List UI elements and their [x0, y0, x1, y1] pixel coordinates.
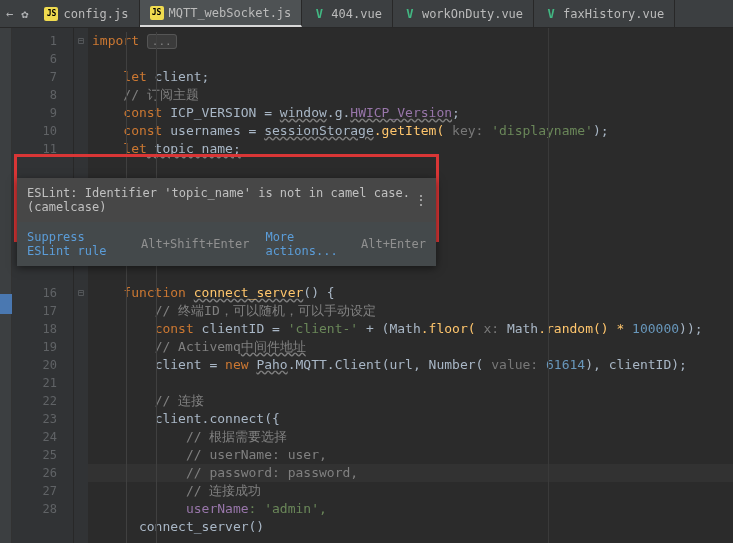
code-line[interactable]: function connect_server() {	[88, 284, 733, 302]
js-file-icon: JS	[44, 7, 58, 21]
gear-icon[interactable]: ✿	[21, 7, 28, 21]
line-number[interactable]: 20	[12, 356, 73, 374]
line-number-gutter: 1 6 7 8 9 10 11 16 17 18 19 20 21 22 23 …	[12, 28, 74, 543]
eslint-popup: ESLint: Identifier 'topic_name' is not i…	[17, 178, 436, 266]
line-number[interactable]: 19	[12, 338, 73, 356]
line-number[interactable]: 26	[12, 464, 73, 482]
left-sidebar-strip	[0, 28, 12, 543]
selection-indicator	[0, 294, 12, 314]
code-line[interactable]: userName: 'admin',	[88, 500, 733, 518]
code-line[interactable]: // 连接成功	[88, 482, 733, 500]
line-number[interactable]: 25	[12, 446, 73, 464]
fold-gutter: ⊟ ⊟	[74, 28, 88, 543]
code-line[interactable]: // userName: user,	[88, 446, 733, 464]
line-number[interactable]: 1	[12, 32, 73, 50]
more-options-icon[interactable]: ⋮	[414, 192, 426, 208]
code-line[interactable]: const ICP_VERSION = window.g.HWICP_Versi…	[88, 104, 733, 122]
tab-label: MQTT_webSocket.js	[169, 6, 292, 20]
code-line[interactable]: // 终端ID，可以随机，可以手动设定	[88, 302, 733, 320]
more-actions-link[interactable]: More actions...	[265, 230, 339, 258]
js-file-icon: JS	[150, 6, 164, 20]
code-line[interactable]: // 连接	[88, 392, 733, 410]
tab-404[interactable]: V 404.vue	[302, 0, 393, 27]
vue-file-icon: V	[312, 7, 326, 21]
code-line[interactable]: const clientID = 'client-' + (Math.floor…	[88, 320, 733, 338]
code-line[interactable]: // 根据需要选择	[88, 428, 733, 446]
line-number	[12, 518, 73, 536]
shortcut-hint: Alt+Shift+Enter	[141, 237, 249, 251]
code-line[interactable]: // password: password,	[88, 464, 733, 482]
tab-label: faxHistory.vue	[563, 7, 664, 21]
shortcut-hint: Alt+Enter	[361, 237, 426, 251]
tab-bar: ← ✿ JS config.js JS MQTT_webSocket.js V …	[0, 0, 733, 28]
tab-config[interactable]: JS config.js	[34, 0, 139, 27]
code-line[interactable]: client = new Paho.MQTT.Client(url, Numbe…	[88, 356, 733, 374]
line-number[interactable]: 21	[12, 374, 73, 392]
fold-icon[interactable]: ⊟	[74, 284, 88, 302]
tab-mqtt[interactable]: JS MQTT_webSocket.js	[140, 0, 303, 27]
popup-message-row: ESLint: Identifier 'topic_name' is not i…	[17, 178, 436, 222]
line-number[interactable]: 27	[12, 482, 73, 500]
tab-workonduty[interactable]: V workOnDuty.vue	[393, 0, 534, 27]
tab-faxhistory[interactable]: V faxHistory.vue	[534, 0, 675, 27]
tab-nav-icons: ← ✿	[0, 0, 34, 27]
tab-label: config.js	[63, 7, 128, 21]
popup-actions-row: Suppress ESLint rule Alt+Shift+Enter Mor…	[17, 222, 436, 266]
code-line[interactable]: // Activemq中间件地址	[88, 338, 733, 356]
code-line[interactable]: let client;	[88, 68, 733, 86]
code-line[interactable]	[88, 50, 733, 68]
code-line[interactable]: client.connect({	[88, 410, 733, 428]
editor-area: 1 6 7 8 9 10 11 16 17 18 19 20 21 22 23 …	[0, 28, 733, 543]
code-area[interactable]: import ... let client; // 订阅主题 const ICP…	[88, 28, 733, 543]
line-number[interactable]: 18	[12, 320, 73, 338]
line-number[interactable]: 9	[12, 104, 73, 122]
line-number[interactable]: 7	[12, 68, 73, 86]
code-line[interactable]: const usernames = sessionStorage.getItem…	[88, 122, 733, 140]
line-number[interactable]: 10	[12, 122, 73, 140]
line-number[interactable]: 17	[12, 302, 73, 320]
tab-label: 404.vue	[331, 7, 382, 21]
line-number	[12, 266, 73, 284]
right-margin-ruler	[548, 28, 549, 543]
line-number[interactable]: 24	[12, 428, 73, 446]
line-number[interactable]: 22	[12, 392, 73, 410]
line-number[interactable]: 8	[12, 86, 73, 104]
folded-ellipsis[interactable]: ...	[147, 34, 177, 49]
suppress-rule-link[interactable]: Suppress ESLint rule	[27, 230, 125, 258]
vue-file-icon: V	[403, 7, 417, 21]
code-line[interactable]: connect_server()	[88, 518, 733, 536]
fold-icon[interactable]: ⊟	[74, 32, 88, 50]
back-arrow-icon[interactable]: ←	[6, 7, 13, 21]
line-number[interactable]: 28	[12, 500, 73, 518]
line-number[interactable]: 16	[12, 284, 73, 302]
eslint-message: ESLint: Identifier 'topic_name' is not i…	[27, 186, 414, 214]
tab-label: workOnDuty.vue	[422, 7, 523, 21]
code-line[interactable]: // 订阅主题	[88, 86, 733, 104]
line-number[interactable]: 23	[12, 410, 73, 428]
line-number[interactable]: 6	[12, 50, 73, 68]
vue-file-icon: V	[544, 7, 558, 21]
code-line[interactable]: import ...	[88, 32, 733, 50]
